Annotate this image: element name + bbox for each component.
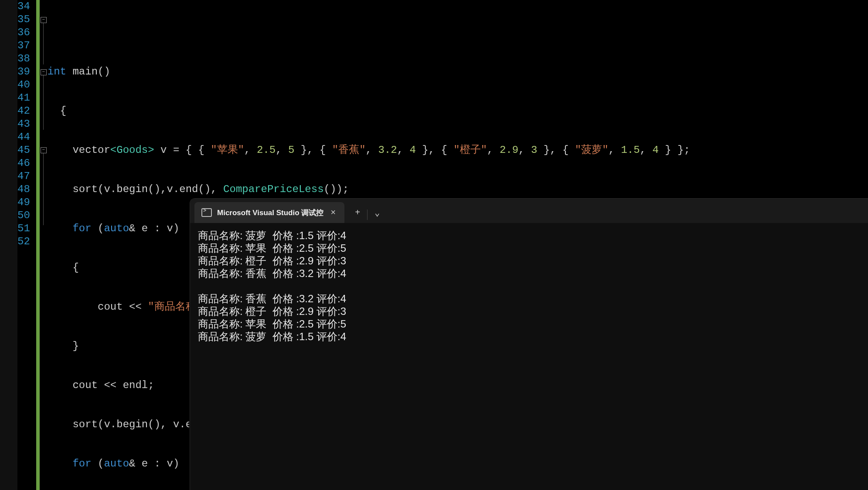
line-number: 47	[17, 170, 30, 183]
indent-guide	[48, 419, 73, 430]
plus-icon: +	[355, 208, 360, 218]
new-tab-button[interactable]: +	[348, 202, 367, 223]
keyword: auto	[104, 223, 129, 234]
editor-margin	[0, 0, 17, 490]
indent-guide	[48, 379, 73, 391]
line-number: 38	[17, 52, 30, 65]
code-text: }	[72, 340, 78, 352]
code-text: ,	[487, 144, 500, 156]
console-icon	[201, 208, 212, 217]
fold-toggle-icon[interactable]: −	[41, 147, 47, 153]
code-text: ,	[518, 144, 531, 156]
number-literal: 2.5	[257, 144, 276, 156]
code-text: ());	[324, 183, 349, 195]
string-literal: "香蕉"	[332, 144, 366, 156]
close-icon[interactable]: ×	[329, 208, 337, 218]
code-text: (), v.	[148, 419, 185, 430]
line-number: 50	[17, 209, 30, 222]
fold-toggle-icon[interactable]: −	[41, 17, 47, 23]
number-literal: 3	[531, 144, 537, 156]
code-text: }, {	[537, 144, 575, 156]
number-literal: 1.5	[621, 144, 640, 156]
chevron-down-icon: ⌄	[374, 207, 380, 218]
indent-guide	[48, 301, 98, 313]
keyword: for	[72, 223, 91, 234]
method-name: end	[179, 183, 198, 195]
code-text: ,	[366, 144, 378, 156]
line-number: 41	[17, 91, 30, 105]
terminal-output[interactable]: 商品名称: 菠萝 价格 :1.5 评价:4 商品名称: 苹果 价格 :2.5 评…	[190, 223, 868, 349]
line-number: 36	[17, 26, 30, 39]
code-text: } };	[659, 144, 690, 156]
indent-guide	[48, 223, 73, 234]
fold-guide	[43, 153, 44, 225]
method-name: begin	[116, 419, 148, 430]
code-text: ,	[640, 144, 653, 156]
line-number: 39	[17, 65, 30, 78]
indent-guide	[48, 183, 73, 195]
type-name: ComparePriceLess	[223, 183, 323, 195]
type-name: <Goods>	[110, 144, 154, 156]
fold-toggle-icon[interactable]: −	[41, 69, 47, 75]
method-name: begin	[116, 183, 148, 195]
line-number: 49	[17, 196, 30, 209]
tab-dropdown-button[interactable]: ⌄	[368, 202, 387, 223]
terminal-actions: + ⌄	[348, 199, 387, 223]
indent-guide	[48, 144, 73, 156]
code-text: {	[72, 262, 78, 274]
keyword: auto	[104, 458, 129, 470]
terminal-tab-bar: Microsoft Visual Studio 调试控 × + ⌄	[190, 199, 868, 223]
line-number: 51	[17, 222, 30, 235]
fold-gutter: − − −	[40, 0, 48, 490]
code-text: }, {	[294, 144, 332, 156]
code-text: (	[92, 223, 104, 234]
function-name: main	[66, 66, 98, 78]
string-literal: "橙子"	[453, 144, 487, 156]
indent-guide	[48, 262, 73, 274]
terminal-tab-title: Microsoft Visual Studio 调试控	[217, 208, 323, 218]
string-literal: "苹果"	[211, 144, 244, 156]
code-text: & e : v)	[129, 223, 179, 234]
change-indicator	[36, 0, 40, 490]
line-number: 52	[17, 235, 30, 248]
indent-guide	[48, 105, 60, 117]
line-number: 34	[17, 0, 30, 13]
terminal-window: Microsoft Visual Studio 调试控 × + ⌄ 商品名称: …	[190, 198, 868, 490]
code-text: }, {	[416, 144, 453, 156]
code-text: sort(v.	[72, 183, 116, 195]
line-number: 42	[17, 105, 30, 118]
line-number: 40	[17, 78, 30, 91]
code-text: ,	[244, 144, 257, 156]
line-number-gutter: 34 35 36 37 38 39 40 41 42 43 44 45 46 4…	[17, 0, 36, 490]
string-literal: "菠萝"	[575, 144, 609, 156]
code-text: vector	[72, 144, 110, 156]
code-text: & e : v)	[129, 458, 179, 470]
code-text: (	[92, 458, 104, 470]
code-text: cout << endl;	[72, 379, 154, 391]
line-number: 37	[17, 39, 30, 52]
number-literal: 4	[652, 144, 658, 156]
code-text: ,	[276, 144, 288, 156]
code-text: v = { {	[154, 144, 211, 156]
number-literal: 5	[288, 144, 294, 156]
code-text: ,	[397, 144, 410, 156]
number-literal: 3.2	[378, 144, 397, 156]
code-text: sort(v.	[72, 419, 116, 430]
indent-guide	[48, 458, 73, 470]
line-number: 43	[17, 118, 30, 131]
line-number: 35	[17, 13, 30, 26]
indent-guide	[48, 340, 73, 352]
fold-guide	[43, 75, 44, 130]
line-number: 45	[17, 144, 30, 157]
line-number: 44	[17, 131, 30, 144]
code-text: ()	[98, 66, 110, 78]
keyword: int	[48, 66, 66, 78]
line-number: 48	[17, 183, 30, 196]
code-text: cout <<	[98, 301, 148, 313]
number-literal: 4	[409, 144, 415, 156]
terminal-tab[interactable]: Microsoft Visual Studio 调试控 ×	[194, 202, 344, 223]
code-text: (),v.	[148, 183, 179, 195]
number-literal: 2.9	[500, 144, 518, 156]
keyword: for	[72, 458, 91, 470]
code-text: (),	[198, 183, 224, 195]
